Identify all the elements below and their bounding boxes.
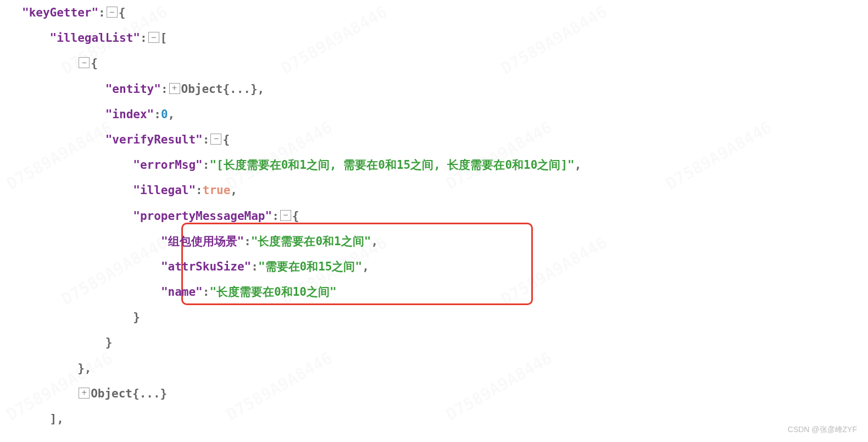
collapse-toggle-icon[interactable]: − <box>210 134 221 145</box>
collapse-toggle-icon[interactable]: − <box>148 32 159 43</box>
json-line: "index":0, <box>0 102 868 127</box>
json-viewer: "keyGetter":−{ "illegalList":−[ −{ "enti… <box>0 0 868 432</box>
json-line: "entity":+Object{...}, <box>0 76 868 102</box>
json-line: −{ <box>0 51 868 76</box>
json-key-keyGetter: "keyGetter" <box>22 6 98 19</box>
json-line: "illegal":true, <box>0 178 868 203</box>
json-key-entity: "entity" <box>105 82 161 96</box>
json-line: "name":"长度需要在0和10之间" <box>0 279 868 305</box>
collapse-toggle-icon[interactable]: − <box>280 210 291 221</box>
json-string: "需要在0和15之间" <box>258 260 362 273</box>
json-string: "长度需要在0和10之间" <box>209 285 336 299</box>
json-line: } <box>0 330 868 355</box>
json-collapsed-object: Object{...} <box>91 387 167 400</box>
json-key-errorMsg: "errorMsg" <box>133 158 202 172</box>
json-string: "[长度需要在0和1之间, 需要在0和15之间, 长度需要在0和10之间]" <box>209 158 574 172</box>
json-key-illegal: "illegal" <box>133 184 196 197</box>
json-line: "attrSkuSize":"需要在0和15之间", <box>0 254 868 279</box>
json-line: "errorMsg":"[长度需要在0和1之间, 需要在0和15之间, 长度需要… <box>0 152 868 178</box>
json-number: 0 <box>161 108 168 121</box>
expand-toggle-icon[interactable]: + <box>79 388 90 399</box>
json-key-propertyMessageMap: "propertyMessageMap" <box>133 209 272 223</box>
json-key-pmm2: "attrSkuSize" <box>161 260 251 273</box>
json-line: "illegalList":−[ <box>0 25 868 51</box>
json-line: "verifyResult":−{ <box>0 127 868 152</box>
json-key-pmm3: "name" <box>161 285 203 299</box>
json-line: +Object{...} <box>0 381 868 406</box>
json-string: "长度需要在0和1之间" <box>251 235 371 248</box>
json-boolean: true <box>203 184 231 197</box>
collapse-toggle-icon[interactable]: − <box>107 7 118 18</box>
json-line: } <box>0 305 868 330</box>
json-key-verifyResult: "verifyResult" <box>105 133 203 146</box>
json-line: "propertyMessageMap":−{ <box>0 203 868 229</box>
json-line: "keyGetter":−{ <box>0 0 868 25</box>
json-line: }, <box>0 356 868 381</box>
json-key-index: "index" <box>105 108 154 121</box>
json-key-pmm1: "组包使用场景" <box>161 235 244 248</box>
json-line: ], <box>0 406 868 432</box>
json-line: "组包使用场景":"长度需要在0和1之间", <box>0 229 868 254</box>
collapse-toggle-icon[interactable]: − <box>79 57 90 68</box>
expand-toggle-icon[interactable]: + <box>169 83 180 94</box>
json-collapsed-object: Object{...} <box>181 82 258 96</box>
json-key-illegalList: "illegalList" <box>50 31 140 45</box>
